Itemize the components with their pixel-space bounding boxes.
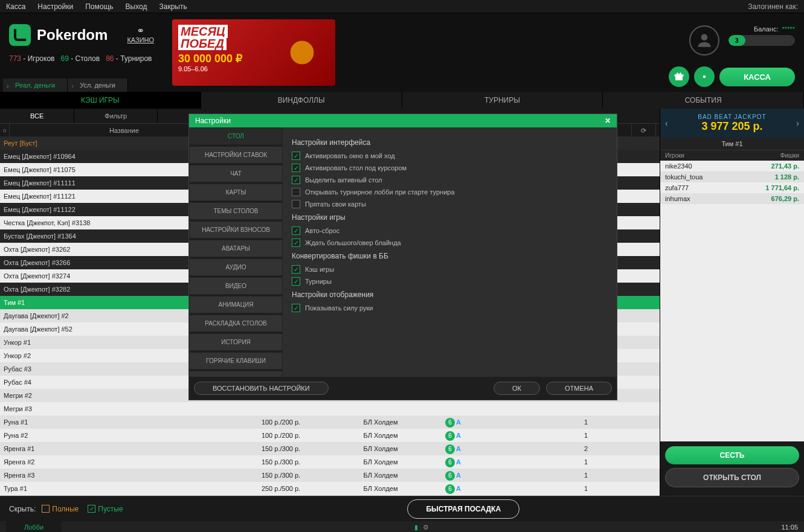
lobby-stats: 773 - Игроков 69 - Столов 86 - Турниров <box>9 54 172 63</box>
settings-button[interactable] <box>694 66 715 87</box>
filter-all[interactable]: ВСЕ <box>0 109 74 123</box>
settings-nav-item[interactable]: КАРТЫ <box>189 184 283 201</box>
dialog-content: Настройки интерфейсаАктивировать окно в … <box>283 127 617 377</box>
filter-custom[interactable]: Фильтр <box>74 109 158 123</box>
table-row[interactable]: Яренга #2150 p./300 p.БЛ Холдем6A1 <box>0 455 660 469</box>
menu-Касса[interactable]: Касса <box>6 2 25 11</box>
section-title: Настройки игры <box>292 213 608 222</box>
option-checkbox[interactable]: Турниры <box>292 277 608 286</box>
cashier-button[interactable]: КАССА <box>719 68 795 86</box>
settings-nav-item[interactable]: АВАТАРЫ <box>189 240 283 257</box>
player-list: nike2340271,43 p.tokuchi_toua1 128 p.zuf… <box>660 161 804 441</box>
balance-value: ***** <box>782 25 795 33</box>
settings-nav-item[interactable]: ГОРЯЧИЕ КЛАВИШИ <box>189 352 283 370</box>
settings-nav-item[interactable]: ДРУГИЕ <box>189 371 283 377</box>
cancel-button[interactable]: ОТМЕНА <box>546 382 612 395</box>
status-icon[interactable]: ▮ <box>414 524 418 531</box>
hide-empty-checkbox[interactable]: Пустые <box>88 505 123 513</box>
table-row[interactable]: Мегри #3 <box>0 402 660 415</box>
menu-Выход[interactable]: Выход <box>126 2 147 11</box>
tab-cash[interactable]: КЭШ ИГРЫ <box>0 92 201 109</box>
player-row: tokuchi_toua1 128 p. <box>660 171 804 182</box>
hide-full-checkbox[interactable]: Полные <box>42 505 79 513</box>
header: Pokerdom ⚭ КАЗИНО 773 - Игроков 69 - Сто… <box>0 13 804 92</box>
bottom-bar: Скрыть: Полные Пустые БЫСТРАЯ ПОСАДКА <box>0 496 804 521</box>
banner-dates: 9.05–6.06 <box>178 65 329 72</box>
settings-nav-item[interactable]: ИСТОРИЯ <box>189 333 283 351</box>
casino-label[interactable]: КАЗИНО <box>127 36 154 43</box>
table-row[interactable]: Яренга #1150 p./300 p.БЛ Холдем6A2 <box>0 442 660 455</box>
menu-Настройки[interactable]: Настройки <box>37 2 73 11</box>
play-money-tab[interactable]: ›Усл. деньги <box>68 79 128 92</box>
svg-rect-2 <box>675 74 684 76</box>
logo-icon <box>9 24 31 46</box>
menu-Помощь[interactable]: Помощь <box>85 2 113 11</box>
option-checkbox[interactable]: Кэш игры <box>292 265 608 274</box>
settings-nav-item[interactable]: АНИМАЦИЯ <box>189 296 283 313</box>
tab-tournaments[interactable]: ТУРНИРЫ <box>402 92 603 109</box>
section-title: Настройки отображения <box>292 290 608 299</box>
table-row[interactable]: Руна #1100 p./200 p.БЛ Холдем6A1 <box>0 415 660 429</box>
brand-text: Pokerdom <box>37 27 108 43</box>
settings-nav-item[interactable]: СТОЛ <box>189 127 283 145</box>
lobby-tab[interactable]: Лобби <box>6 521 62 532</box>
gift-button[interactable] <box>669 66 689 87</box>
casino-icon: ⚭ <box>127 25 154 36</box>
jackpot-widget: ‹ BAD BEAT JACKPOT 3 977 205 р. › <box>660 109 804 138</box>
option-checkbox[interactable]: Выделить активный стол <box>292 176 608 184</box>
login-status: Залогинен как: <box>748 2 798 11</box>
close-icon[interactable]: ✕ <box>605 117 611 125</box>
restore-button[interactable]: ВОССТАНОВИТЬ НАСТРОЙКИ <box>194 382 329 395</box>
tab-windfalls[interactable]: ВИНДФОЛЛЫ <box>201 92 402 109</box>
table-row[interactable]: Руна #2100 p./200 p.БЛ Холдем6A1 <box>0 429 660 442</box>
player-cols: ИгрокиФишки <box>660 150 804 161</box>
quick-seat-button[interactable]: БЫСТРАЯ ПОСАДКА <box>407 499 519 519</box>
table-row[interactable]: Яренга #3150 p./300 p.БЛ Холдем6A1 <box>0 469 660 482</box>
open-table-button[interactable]: ОТКРЫТЬ СТОЛ <box>665 468 799 487</box>
player-row: inhumax676,29 p. <box>660 193 804 204</box>
settings-nav-item[interactable]: ТЕМЫ СТОЛОВ <box>189 202 283 220</box>
jackpot-next[interactable]: › <box>796 118 799 128</box>
balance-label: Баланс: <box>754 25 779 33</box>
settings-nav-item[interactable]: РАСКЛАДКА СТОЛОВ <box>189 315 283 332</box>
hide-label: Скрыть: <box>9 505 36 513</box>
clock: 11:05 <box>781 524 798 531</box>
settings-nav-item[interactable]: ЧАТ <box>189 165 283 182</box>
option-checkbox[interactable]: Прятать свои карты <box>292 200 608 208</box>
checkbox-col[interactable]: ○ <box>0 124 10 136</box>
real-money-tab[interactable]: ›Реал. деньги <box>3 79 68 92</box>
option-checkbox[interactable]: Ждать большого/овер блайнда <box>292 239 608 247</box>
section-title: Конвертировать фишки в ББ <box>292 252 608 260</box>
option-checkbox[interactable]: Активировать стол под курсором <box>292 164 608 172</box>
promo-banner[interactable]: МЕСЯЦПОБЕД 30 000 000 ₽ 9.05–6.06 <box>172 19 335 86</box>
svg-point-0 <box>701 34 708 40</box>
table-row[interactable]: Тура #1250 p./500 p.БЛ Холдем6A1 <box>0 482 660 495</box>
menu-Закрыть[interactable]: Закрыть <box>159 2 187 11</box>
jackpot-prev[interactable]: ‹ <box>665 118 668 128</box>
svg-point-3 <box>703 75 706 79</box>
avatar[interactable] <box>689 25 719 56</box>
refresh-icon[interactable]: ⟳ <box>632 124 656 136</box>
option-checkbox[interactable]: Авто-сброс <box>292 226 608 235</box>
selected-table-name: Тим #1 <box>660 138 804 150</box>
option-checkbox[interactable]: Активировать окно в мой ход <box>292 152 608 160</box>
logo[interactable]: Pokerdom <box>9 24 108 46</box>
settings-nav-item[interactable]: ВИДЕО <box>189 277 283 295</box>
settings-nav-item[interactable]: НАСТРОЙКИ ВЗНОСОВ <box>189 221 283 239</box>
jackpot-amount: 3 977 205 р. <box>665 120 799 133</box>
player-row: zufa7771 771,64 p. <box>660 182 804 193</box>
option-checkbox[interactable]: Открывать турнирное лобби при старте тур… <box>292 188 608 196</box>
ok-button[interactable]: ОК <box>494 382 540 395</box>
settings-nav-item[interactable]: НАСТРОЙКИ СТАВОК <box>189 146 283 164</box>
casino-link[interactable]: ⚭ КАЗИНО <box>127 25 154 43</box>
gear-icon[interactable]: ⚙ <box>423 524 429 531</box>
sit-button[interactable]: СЕСТЬ <box>665 446 799 464</box>
svg-rect-1 <box>675 76 683 81</box>
dialog-nav: СТОЛНАСТРОЙКИ СТАВОКЧАТКАРТЫТЕМЫ СТОЛОВН… <box>189 127 283 377</box>
option-checkbox[interactable]: Показывать силу руки <box>292 304 608 312</box>
statusbar: Лобби ▮ ⚙ 11:05 <box>0 521 804 532</box>
tab-events[interactable]: СОБЫТИЯ <box>603 92 804 109</box>
level-bar: 3 <box>728 35 795 46</box>
table-row[interactable]: Тавда #6500 p./1 000 p.БЛ Холдем6A1 <box>0 495 660 496</box>
settings-nav-item[interactable]: АУДИО <box>189 258 283 276</box>
